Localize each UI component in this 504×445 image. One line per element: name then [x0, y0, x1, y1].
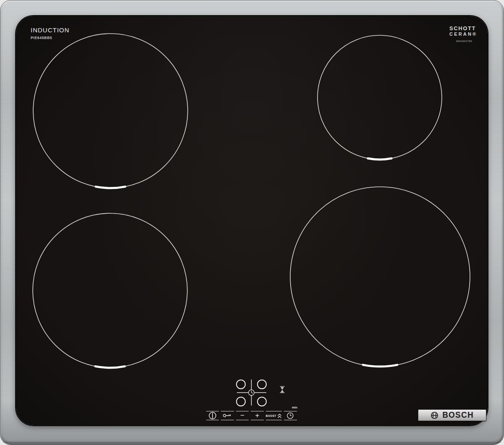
bosch-armature-icon	[430, 411, 438, 419]
boost-label: BOOST	[266, 414, 276, 417]
bosch-logo-text: BOSCH	[442, 411, 474, 420]
decrease-button[interactable]: −	[236, 411, 249, 420]
timer-button[interactable]	[284, 411, 297, 420]
induction-type-label: INDUCTION	[31, 26, 69, 34]
induction-hob: INDUCTION PIE645BB5 SCHOTT CERAN® 900160…	[0, 0, 504, 445]
schott-logo-line2: CERAN®	[449, 32, 477, 37]
double-chevron-up-icon	[277, 414, 282, 418]
child-lock-button[interactable]	[221, 411, 234, 420]
power-icon	[208, 411, 217, 420]
power-button[interactable]	[206, 411, 219, 420]
ceramic-glass-surface	[16, 16, 488, 425]
model-number-label: PIE645BB5	[31, 36, 52, 40]
minus-label: −	[240, 412, 244, 419]
plus-label: +	[255, 412, 260, 419]
schott-ceran-logo: SCHOTT CERAN®	[449, 26, 477, 37]
increase-button[interactable]: +	[251, 411, 264, 420]
bosch-logo-badge: BOSCH	[418, 409, 486, 421]
touch-control-strip: − + BOOST	[205, 411, 298, 420]
schott-logo-line1: SCHOTT	[449, 26, 477, 31]
clock-icon	[286, 412, 294, 419]
key-icon	[223, 413, 232, 418]
timer-minutes-unit-label: min	[287, 406, 297, 409]
glass-serial-number: 9001601783	[456, 40, 472, 42]
boost-button[interactable]: BOOST	[266, 411, 282, 420]
